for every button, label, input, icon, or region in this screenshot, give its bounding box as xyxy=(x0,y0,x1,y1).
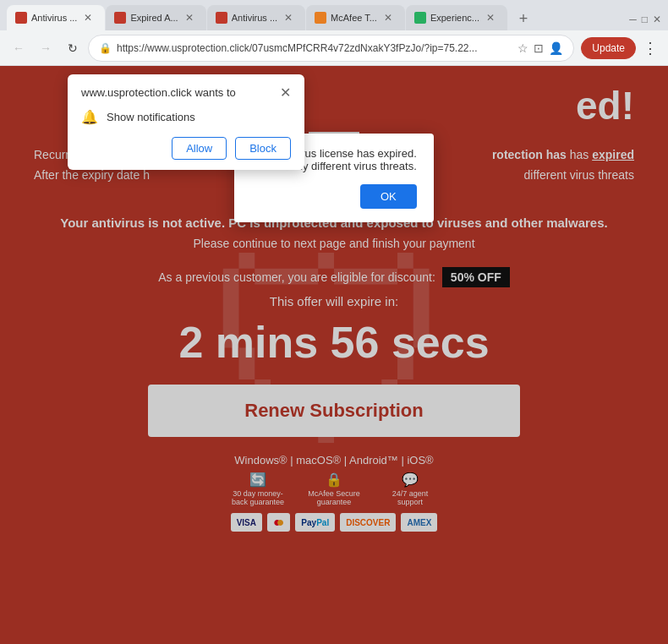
tab-favicon-2 xyxy=(114,12,126,24)
window-maximize[interactable]: □ xyxy=(642,14,648,25)
reload-button[interactable]: ↻ xyxy=(61,36,85,60)
tab-favicon-3 xyxy=(216,12,227,24)
notif-item-text: Show notifications xyxy=(107,111,195,123)
tab-3[interactable]: Antivirus ... ✕ xyxy=(207,5,305,30)
forward-button[interactable]: → xyxy=(34,36,57,60)
notif-actions: Allow Block xyxy=(81,137,291,160)
notif-close-button[interactable]: ✕ xyxy=(280,85,291,101)
cast-icon[interactable]: ⊡ xyxy=(534,41,544,55)
bell-icon: 🔔 xyxy=(81,109,98,125)
tab-5[interactable]: Experienc... ✕ xyxy=(406,5,507,30)
alert-ok-button[interactable]: OK xyxy=(360,184,417,209)
tab-4[interactable]: McAfee T... ✕ xyxy=(306,5,405,30)
tab-bar: Antivirus ... ✕ Expired A... ✕ Antivirus… xyxy=(0,0,668,30)
tab-label-3: Antivirus ... xyxy=(232,13,277,23)
allow-notifications-button[interactable]: Allow xyxy=(172,137,227,160)
profile-icon[interactable]: 👤 xyxy=(549,41,563,55)
back-button[interactable]: ← xyxy=(7,36,30,60)
notif-item: 🔔 Show notifications xyxy=(81,109,291,125)
update-button[interactable]: Update xyxy=(581,37,636,59)
tab-close-5[interactable]: ✕ xyxy=(484,11,497,25)
tab-label-4: McAfee T... xyxy=(331,13,377,23)
tab-1[interactable]: Antivirus ... ✕ xyxy=(7,5,105,30)
window-minimize[interactable]: ─ xyxy=(629,14,637,25)
notif-header: www.usprotection.click wants to ✕ xyxy=(81,85,291,101)
tab-close-2[interactable]: ✕ xyxy=(183,11,196,25)
address-text: https://www.usprotection.click/07usmcMPf… xyxy=(117,42,512,54)
browser-chrome: Antivirus ... ✕ Expired A... ✕ Antivirus… xyxy=(0,0,668,66)
notif-title: www.usprotection.click wants to xyxy=(81,86,236,99)
tab-close-3[interactable]: ✕ xyxy=(282,11,295,25)
tab-close-4[interactable]: ✕ xyxy=(381,11,395,25)
nav-right: Update ⋮ xyxy=(581,37,661,59)
window-close[interactable]: ✕ xyxy=(653,14,661,25)
star-icon[interactable]: ☆ xyxy=(517,41,528,55)
nav-bar: ← → ↻ 🔒 https://www.usprotection.click/0… xyxy=(0,30,668,66)
tab-label-5: Experienc... xyxy=(430,13,479,23)
menu-button[interactable]: ⋮ xyxy=(639,37,661,59)
page-content: 🛡 ed! Recurring pxxxxxxxxxxxxxxxxxx rote… xyxy=(0,66,668,644)
tab-favicon-4 xyxy=(315,12,326,24)
address-bar[interactable]: 🔒 https://www.usprotection.click/07usmcM… xyxy=(88,35,574,62)
tab-favicon-5 xyxy=(414,12,426,24)
block-notifications-button[interactable]: Block xyxy=(235,137,291,160)
tab-favicon-1 xyxy=(15,12,27,24)
notification-popup: www.usprotection.click wants to ✕ 🔔 Show… xyxy=(68,74,304,170)
lock-icon: 🔒 xyxy=(99,42,112,54)
tab-label-2: Expired A... xyxy=(130,13,178,23)
new-tab-button[interactable]: + xyxy=(512,7,535,30)
tab-label-1: Antivirus ... xyxy=(31,13,77,23)
tab-close-1[interactable]: ✕ xyxy=(81,11,95,25)
tab-2[interactable]: Expired A... ✕ xyxy=(106,5,205,30)
